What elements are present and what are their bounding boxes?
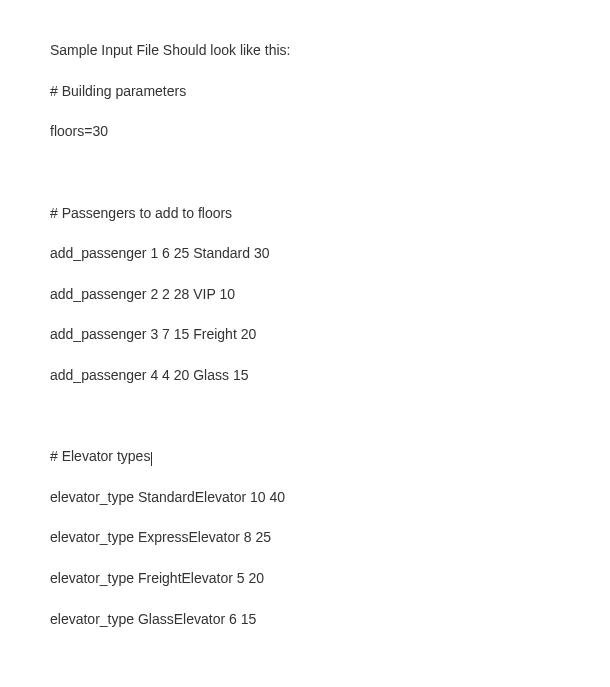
elevator-types-comment-text: # Elevator types <box>50 448 150 464</box>
passenger-line: add_passenger 3 7 15 Freight 20 <box>50 324 560 344</box>
intro-line: Sample Input File Should look like this: <box>50 40 560 60</box>
elevator-types-comment: # Elevator types <box>50 446 560 466</box>
building-floors: floors=30 <box>50 121 560 141</box>
building-comment: # Building parameters <box>50 81 560 101</box>
elevator-type-line: elevator_type GlassElevator 6 15 <box>50 609 560 629</box>
passenger-line: add_passenger 1 6 25 Standard 30 <box>50 243 560 263</box>
passengers-comment: # Passengers to add to floors <box>50 203 560 223</box>
elevator-type-line: elevator_type StandardElevator 10 40 <box>50 487 560 507</box>
elevator-type-line: elevator_type ExpressElevator 8 25 <box>50 527 560 547</box>
document-content: Sample Input File Should look like this:… <box>50 20 560 687</box>
passenger-line: add_passenger 4 4 20 Glass 15 <box>50 365 560 385</box>
text-cursor <box>151 452 152 466</box>
passenger-line: add_passenger 2 2 28 VIP 10 <box>50 284 560 304</box>
elevator-type-line: elevator_type FreightElevator 5 20 <box>50 568 560 588</box>
blank-line <box>50 406 560 426</box>
blank-line <box>50 649 560 669</box>
blank-line <box>50 162 560 182</box>
